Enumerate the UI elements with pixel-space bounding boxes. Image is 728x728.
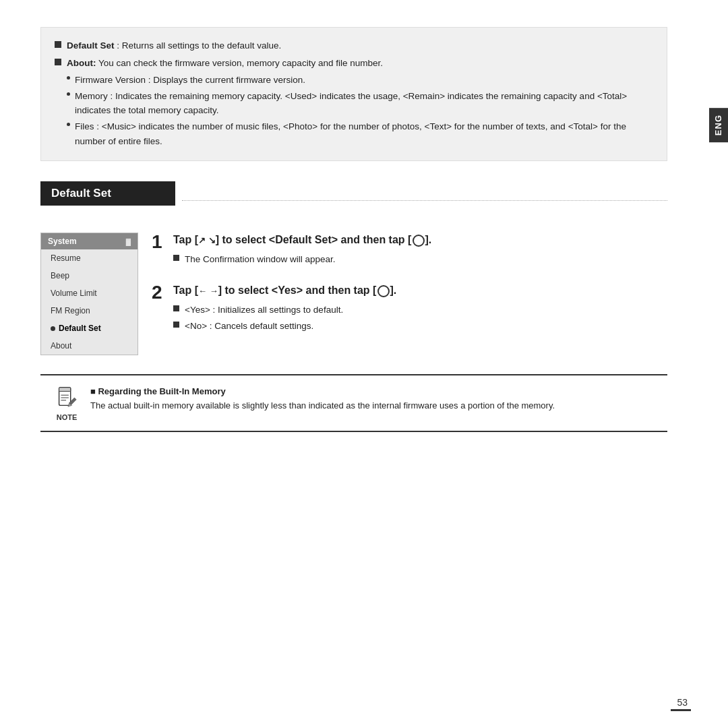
menu-panel: System ▓ Resume Beep Volume Limit FM Reg… bbox=[40, 233, 138, 355]
content-area: System ▓ Resume Beep Volume Limit FM Reg… bbox=[40, 233, 667, 355]
note-pencil-icon bbox=[54, 385, 80, 411]
menu-header-label: System bbox=[48, 237, 77, 246]
step-1-number: 1 bbox=[152, 233, 165, 251]
step-1-title: Tap [ ↗ ↘] to select <Default Set> and t… bbox=[173, 233, 667, 247]
bullet-square-icon-2 bbox=[55, 59, 61, 65]
about-label: About: bbox=[67, 58, 96, 68]
memory-text: Memory : Indicates the remaining memory … bbox=[75, 89, 653, 118]
note-content: ■ Regarding the Built-In Memory The actu… bbox=[90, 385, 555, 413]
menu-item-beep[interactable]: Beep bbox=[41, 267, 138, 284]
note-label: NOTE bbox=[57, 413, 78, 421]
note-icon-area: NOTE bbox=[54, 385, 80, 421]
step-2-content: Tap [ ← →] to select <Yes> and then tap … bbox=[173, 283, 667, 336]
step-1-bullet-1: The Confirmation window will appear. bbox=[173, 252, 667, 267]
page-container: ENG Default Set : Returns all settings t… bbox=[0, 0, 728, 728]
info-item-defaultset-text: Default Set : Returns all settings to th… bbox=[67, 38, 281, 53]
step-2-desc: <Yes> : Initializes all settings to defa… bbox=[173, 303, 667, 334]
page-number-bar bbox=[671, 709, 691, 711]
bullet-dot-icon-3 bbox=[67, 123, 70, 126]
menu-item-volumelimit[interactable]: Volume Limit bbox=[41, 284, 138, 302]
sub-bullet-files: Files : <Music> indicates the number of … bbox=[55, 119, 653, 148]
info-item-about-text: About: You can check the firmware versio… bbox=[67, 56, 383, 71]
defaultset-label: Default Set bbox=[67, 40, 115, 51]
step-1-desc: The Confirmation window will appear. bbox=[173, 252, 667, 267]
bullet-square-icon bbox=[55, 41, 61, 48]
menu-item-about[interactable]: About bbox=[41, 337, 138, 355]
up-arrow-icon: ↗ ↘ bbox=[198, 235, 216, 247]
bullet-dot-icon-2 bbox=[67, 92, 70, 96]
svg-rect-1 bbox=[59, 388, 71, 392]
menu-item-resume[interactable]: Resume bbox=[41, 249, 138, 267]
sub-bullet-firmware: Firmware Version : Displays the current … bbox=[55, 73, 653, 88]
defaultset-desc: : Returns all settings to the default va… bbox=[115, 40, 282, 51]
section-title: Default Set bbox=[40, 181, 175, 206]
steps-content: 1 Tap [ ↗ ↘] to select <Default Set> and… bbox=[152, 233, 667, 355]
step-2-title: Tap [ ← →] to select <Yes> and then tap … bbox=[173, 283, 667, 298]
menu-item-defaultset-label: Default Set bbox=[59, 324, 101, 333]
info-item-defaultset: Default Set : Returns all settings to th… bbox=[55, 38, 653, 53]
files-text: Files : <Music> indicates the number of … bbox=[75, 119, 653, 148]
bullet-sq-icon-3 bbox=[173, 322, 179, 328]
step-2-bullet-1-text: <Yes> : Initializes all settings to defa… bbox=[185, 303, 343, 317]
step-2: 2 Tap [ ← →] to select <Yes> and then ta… bbox=[152, 283, 667, 336]
menu-item-defaultset[interactable]: Default Set bbox=[41, 320, 138, 337]
bullet-sq-icon bbox=[173, 255, 179, 261]
info-item-about: About: You can check the firmware versio… bbox=[55, 56, 653, 71]
step-2-bullet-2-text: <No> : Cancels default settings. bbox=[185, 319, 313, 334]
step-1: 1 Tap [ ↗ ↘] to select <Default Set> and… bbox=[152, 233, 667, 268]
step-1-bullet-1-text: The Confirmation window will appear. bbox=[185, 252, 336, 267]
info-box: Default Set : Returns all settings to th… bbox=[40, 27, 667, 161]
sub-bullet-memory: Memory : Indicates the remaining memory … bbox=[55, 89, 653, 118]
bullet-sq-icon-2 bbox=[173, 305, 179, 311]
eng-language-tab: ENG bbox=[709, 108, 728, 142]
active-dot-icon bbox=[51, 326, 55, 331]
confirm-circle-icon bbox=[413, 235, 425, 247]
step-1-content: Tap [ ↗ ↘] to select <Default Set> and t… bbox=[173, 233, 667, 268]
step-2-number: 2 bbox=[152, 283, 165, 302]
note-title: ■ Regarding the Built-In Memory bbox=[90, 385, 555, 399]
step-2-bullet-2: <No> : Cancels default settings. bbox=[173, 319, 667, 334]
note-text: The actual built-in memory available is … bbox=[90, 399, 555, 413]
bullet-dot-icon bbox=[67, 76, 70, 80]
battery-icon: ▓ bbox=[126, 238, 131, 245]
page-number: 53 bbox=[677, 697, 688, 708]
step-2-bullet-1: <Yes> : Initializes all settings to defa… bbox=[173, 303, 667, 317]
menu-item-fmregion[interactable]: FM Region bbox=[41, 302, 138, 320]
note-box: NOTE ■ Regarding the Built-In Memory The… bbox=[40, 374, 667, 432]
about-desc: You can check the firmware version, memo… bbox=[96, 58, 382, 68]
confirm-circle-icon-2 bbox=[377, 285, 390, 297]
menu-header: System ▓ bbox=[41, 233, 138, 249]
left-right-arrow-icon: ← → bbox=[198, 285, 218, 297]
firmware-text: Firmware Version : Displays the current … bbox=[75, 73, 305, 88]
